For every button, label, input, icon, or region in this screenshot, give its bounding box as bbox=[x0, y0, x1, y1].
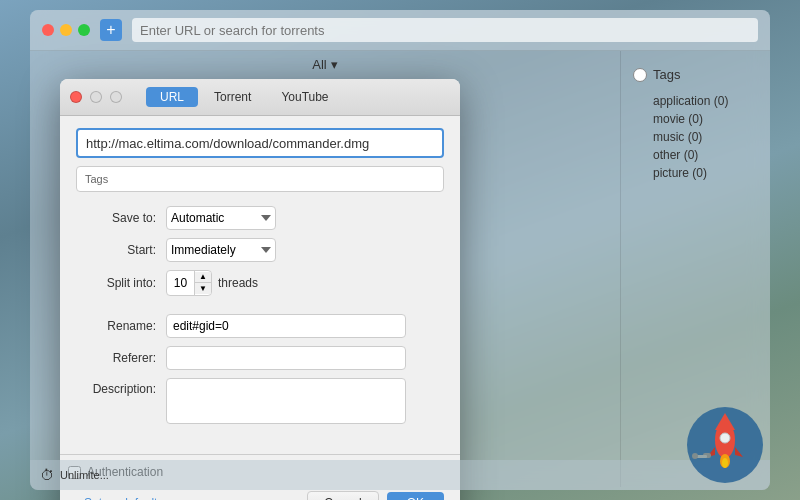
tab-torrent[interactable]: Torrent bbox=[200, 87, 265, 107]
window-controls bbox=[42, 24, 90, 36]
rocket-mascot bbox=[685, 405, 765, 485]
svg-point-7 bbox=[722, 458, 728, 468]
modal-close-button[interactable] bbox=[70, 91, 82, 103]
start-label: Start: bbox=[76, 243, 166, 257]
app-window: + All ▾ URL Torrent YouTube bbox=[30, 10, 770, 490]
tags-section-label: Tags bbox=[653, 67, 680, 82]
stepper-up-button[interactable]: ▲ bbox=[195, 272, 211, 283]
modal-minimize-button[interactable] bbox=[90, 91, 102, 103]
titlebar: + bbox=[30, 10, 770, 51]
minimize-button[interactable] bbox=[60, 24, 72, 36]
speedometer-icon: ⏱ bbox=[40, 467, 54, 483]
set-default-link[interactable]: Set as default bbox=[76, 496, 157, 500]
main-content: All ▾ URL Torrent YouTube bbox=[30, 51, 770, 487]
tags-radio[interactable] bbox=[633, 68, 647, 82]
tags-field[interactable]: Tags bbox=[76, 166, 444, 192]
modal-body: Tags Save to: Automatic Start: Immediate… bbox=[60, 116, 460, 444]
split-value: 10 bbox=[167, 271, 195, 295]
tags-placeholder: Tags bbox=[85, 173, 108, 185]
start-row: Start: Immediately bbox=[76, 238, 444, 262]
save-to-row: Save to: Automatic bbox=[76, 206, 444, 230]
all-label: All bbox=[312, 57, 326, 72]
tag-item-application[interactable]: application (0) bbox=[633, 92, 758, 110]
search-input[interactable] bbox=[132, 18, 758, 42]
modal-titlebar: URL Torrent YouTube bbox=[60, 79, 460, 116]
bottom-bar: ⏱ Unlimite... bbox=[30, 460, 770, 490]
add-download-button[interactable]: + bbox=[100, 19, 122, 41]
left-panel: All ▾ URL Torrent YouTube bbox=[30, 51, 620, 487]
rename-row: Rename: bbox=[76, 314, 444, 338]
description-input[interactable] bbox=[166, 378, 406, 424]
tab-youtube[interactable]: YouTube bbox=[267, 87, 342, 107]
tag-item-music[interactable]: music (0) bbox=[633, 128, 758, 146]
tag-item-other[interactable]: other (0) bbox=[633, 146, 758, 164]
unlimited-label: Unlimite... bbox=[60, 469, 109, 481]
maximize-button[interactable] bbox=[78, 24, 90, 36]
referer-row: Referer: bbox=[76, 346, 444, 370]
save-to-select[interactable]: Automatic bbox=[166, 206, 276, 230]
ok-button[interactable]: OK bbox=[387, 492, 444, 500]
all-dropdown[interactable]: All ▾ bbox=[30, 51, 620, 78]
cancel-button[interactable]: Cancel bbox=[307, 491, 378, 500]
split-label: Split into: bbox=[76, 276, 166, 290]
tag-item-movie[interactable]: movie (0) bbox=[633, 110, 758, 128]
tab-group: URL Torrent YouTube bbox=[146, 87, 343, 107]
start-select[interactable]: Immediately bbox=[166, 238, 276, 262]
description-label: Description: bbox=[76, 378, 166, 396]
rename-input[interactable] bbox=[166, 314, 406, 338]
modal-footer-buttons: Cancel OK bbox=[307, 491, 444, 500]
all-chevron-icon: ▾ bbox=[331, 57, 338, 72]
referer-input[interactable] bbox=[166, 346, 406, 370]
separator bbox=[60, 454, 460, 455]
split-stepper[interactable]: 10 ▲ ▼ bbox=[166, 270, 212, 296]
close-button[interactable] bbox=[42, 24, 54, 36]
modal-dialog: URL Torrent YouTube Tags Save to: bbox=[60, 79, 460, 500]
svg-point-3 bbox=[720, 433, 730, 443]
tab-url[interactable]: URL bbox=[146, 87, 198, 107]
stepper-down-button[interactable]: ▼ bbox=[195, 283, 211, 294]
url-input[interactable] bbox=[76, 128, 444, 158]
description-row: Description: bbox=[76, 378, 444, 424]
tags-section-header: Tags bbox=[633, 67, 758, 82]
save-to-label: Save to: bbox=[76, 211, 166, 225]
modal-maximize-button[interactable] bbox=[110, 91, 122, 103]
split-row: Split into: 10 ▲ ▼ threads bbox=[76, 270, 444, 296]
referer-label: Referer: bbox=[76, 351, 166, 365]
stepper-buttons: ▲ ▼ bbox=[195, 272, 211, 294]
rename-label: Rename: bbox=[76, 319, 166, 333]
tag-item-picture[interactable]: picture (0) bbox=[633, 164, 758, 182]
svg-point-10 bbox=[692, 453, 698, 459]
threads-label: threads bbox=[218, 276, 258, 290]
